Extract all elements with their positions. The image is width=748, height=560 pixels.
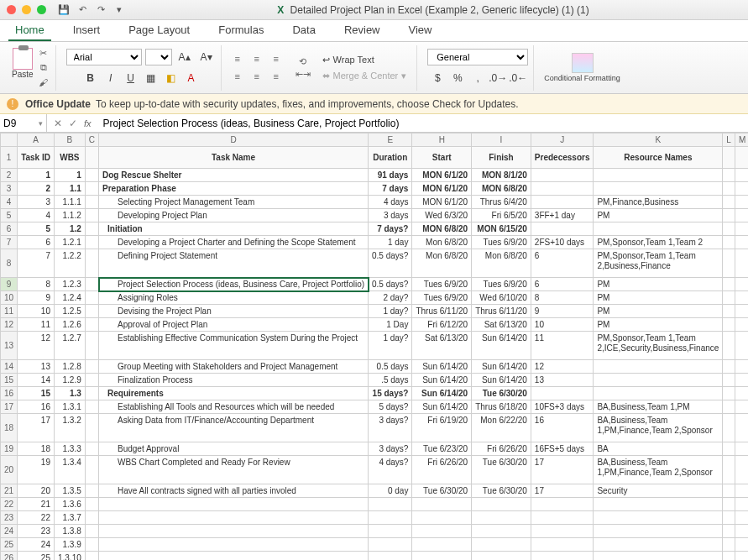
- decrease-font-icon[interactable]: A▾: [197, 49, 216, 65]
- cell-A26[interactable]: 25: [18, 552, 55, 561]
- cell-E17[interactable]: 5 days?: [369, 400, 412, 414]
- cell-J26[interactable]: [531, 552, 594, 561]
- cell-H7[interactable]: Mon 6/8/20: [412, 236, 472, 249]
- cell-M16[interactable]: [735, 387, 748, 400]
- row-header-6[interactable]: 6: [1, 222, 18, 236]
- cell-H18[interactable]: Fri 6/19/20: [412, 414, 472, 442]
- cell-D17[interactable]: Establishing All Tools and Resources whi…: [99, 400, 369, 414]
- cell-E18[interactable]: 3 days?: [369, 414, 412, 442]
- cell-B4[interactable]: 1.1.1: [54, 196, 85, 209]
- column-header-C[interactable]: C: [85, 133, 98, 147]
- cell-A10[interactable]: 9: [18, 291, 55, 305]
- row-header-12[interactable]: 12: [1, 318, 18, 332]
- cell-M7[interactable]: [735, 236, 748, 249]
- row-header-8[interactable]: 8: [1, 249, 18, 278]
- cell-B20[interactable]: 1.3.4: [54, 456, 85, 484]
- cell-C24[interactable]: [85, 525, 98, 538]
- cell-I9[interactable]: Tues 6/9/20: [472, 278, 531, 291]
- cell-B7[interactable]: 1.2.1: [54, 236, 85, 249]
- row-header-26[interactable]: 26: [1, 552, 18, 561]
- cell-L22[interactable]: [723, 498, 735, 511]
- cell-B3[interactable]: 1.1: [54, 182, 85, 196]
- cell-C12[interactable]: [85, 318, 98, 332]
- font-color-icon[interactable]: A: [182, 70, 201, 86]
- cell-D12[interactable]: Approval of Project Plan: [99, 318, 369, 332]
- cell-M25[interactable]: [735, 538, 748, 552]
- row-header-13[interactable]: 13: [1, 332, 18, 360]
- cell-I6[interactable]: MON 6/15/20: [472, 222, 531, 236]
- decrease-indent-icon[interactable]: ⇤: [296, 69, 303, 80]
- orientation-icon[interactable]: ⟲: [296, 56, 311, 67]
- cell-E9[interactable]: 0.5 days?: [369, 278, 412, 291]
- cell-E13[interactable]: 1 day?: [369, 332, 412, 360]
- cell-I4[interactable]: Thrus 6/4/20: [472, 196, 531, 209]
- align-left-icon[interactable]: [232, 68, 250, 85]
- formula-input[interactable]: [98, 118, 748, 129]
- cell-A9[interactable]: 8: [18, 278, 55, 291]
- cell-E26[interactable]: [369, 552, 412, 561]
- cell-E4[interactable]: 4 days: [369, 196, 412, 209]
- cell-K19[interactable]: BA: [594, 442, 723, 456]
- header-cell-K[interactable]: Resource Names: [594, 147, 723, 169]
- paste-button[interactable]: Paste: [12, 48, 34, 79]
- cell-K15[interactable]: [594, 374, 723, 387]
- cell-A7[interactable]: 6: [18, 236, 55, 249]
- cell-B2[interactable]: 1: [54, 169, 85, 182]
- cell-B21[interactable]: 1.3.5: [54, 484, 85, 498]
- font-size-select[interactable]: 9: [145, 49, 172, 65]
- column-header-L[interactable]: L: [723, 133, 735, 147]
- cell-E20[interactable]: 4 days?: [369, 456, 412, 484]
- cell-H6[interactable]: MON 6/8/20: [412, 222, 472, 236]
- cell-L2[interactable]: [723, 169, 735, 182]
- undo-icon[interactable]: ↶: [76, 4, 88, 16]
- fx-icon[interactable]: fx: [84, 118, 92, 128]
- row-header-14[interactable]: 14: [1, 360, 18, 374]
- bold-button[interactable]: B: [81, 70, 100, 86]
- cell-K12[interactable]: PM: [594, 318, 723, 332]
- save-icon[interactable]: 💾: [58, 4, 70, 16]
- cell-C7[interactable]: [85, 236, 98, 249]
- cell-A20[interactable]: 19: [18, 456, 55, 484]
- column-header-H[interactable]: H: [412, 133, 472, 147]
- cell-L20[interactable]: [723, 456, 735, 484]
- cell-D15[interactable]: Finalization Process: [99, 374, 369, 387]
- zoom-icon[interactable]: [37, 5, 46, 14]
- cell-H9[interactable]: Tues 6/9/20: [412, 278, 472, 291]
- column-header-B[interactable]: B: [54, 133, 85, 147]
- cell-I7[interactable]: Tues 6/9/20: [472, 236, 531, 249]
- cell-K22[interactable]: [594, 498, 723, 511]
- cell-I25[interactable]: [472, 538, 531, 552]
- underline-button[interactable]: U: [122, 70, 140, 86]
- cell-L11[interactable]: [723, 305, 735, 318]
- cell-I26[interactable]: [472, 552, 531, 561]
- cell-I18[interactable]: Mon 6/22/20: [472, 414, 531, 442]
- column-header-A[interactable]: A: [18, 133, 55, 147]
- cell-M23[interactable]: [735, 511, 748, 525]
- cell-M4[interactable]: [735, 196, 748, 209]
- tab-review[interactable]: Review: [337, 20, 387, 41]
- cell-C25[interactable]: [85, 538, 98, 552]
- cell-J21[interactable]: 17: [531, 484, 594, 498]
- header-cell-E[interactable]: Duration: [369, 147, 412, 169]
- cell-D16[interactable]: Requirements: [99, 387, 369, 400]
- cell-M15[interactable]: [735, 374, 748, 387]
- cell-M10[interactable]: [735, 291, 748, 305]
- cell-M18[interactable]: [735, 414, 748, 442]
- cell-H5[interactable]: Wed 6/3/20: [412, 209, 472, 222]
- cell-A11[interactable]: 10: [18, 305, 55, 318]
- cell-D4[interactable]: Selecting Project Management Team: [99, 196, 369, 209]
- row-header-17[interactable]: 17: [1, 400, 18, 414]
- cell-A13[interactable]: 12: [18, 332, 55, 360]
- align-center-icon[interactable]: [251, 68, 269, 85]
- cell-E16[interactable]: 15 days?: [369, 387, 412, 400]
- column-header-K[interactable]: K: [594, 133, 723, 147]
- cell-A21[interactable]: 20: [18, 484, 55, 498]
- cell-L3[interactable]: [723, 182, 735, 196]
- name-box-input[interactable]: [3, 118, 39, 129]
- cell-L21[interactable]: [723, 484, 735, 498]
- cell-I13[interactable]: Sun 6/14/20: [472, 332, 531, 360]
- cell-C11[interactable]: [85, 305, 98, 318]
- cell-E10[interactable]: 2 day?: [369, 291, 412, 305]
- chevron-down-icon[interactable]: ▾: [39, 119, 43, 128]
- percent-icon[interactable]: %: [448, 70, 467, 86]
